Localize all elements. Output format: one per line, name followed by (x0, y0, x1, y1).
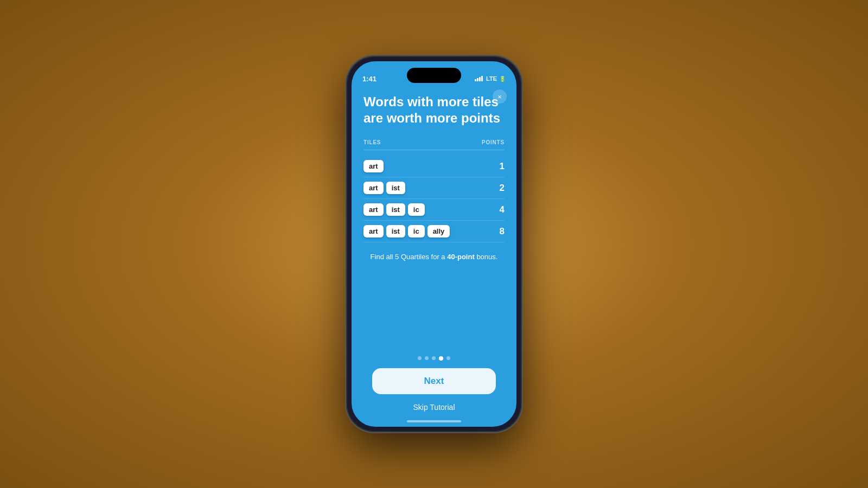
status-time: 1:41 (362, 75, 376, 83)
phone-screen: 1:41 LTE 🔋 × (352, 61, 516, 427)
points-2: 2 (500, 183, 505, 194)
tiles-table: TILES POINTS art 1 art (363, 139, 505, 242)
home-indicator (407, 420, 461, 422)
bottom-area: Next Skip Tutorial (363, 368, 505, 420)
bonus-suffix: bonus. (475, 253, 498, 261)
tile-ist-2: ist (386, 182, 405, 194)
table-divider (363, 150, 505, 150)
tile-group-4: art ist ic ally (363, 225, 450, 237)
skip-tutorial-button[interactable]: Skip Tutorial (372, 401, 496, 414)
bonus-text: Find all 5 Quartiles for a 40-point bonu… (363, 252, 505, 262)
points-1: 1 (500, 161, 505, 172)
phone-device: 1:41 LTE 🔋 × (347, 57, 521, 431)
table-row: art ist ic ally 8 (363, 221, 505, 242)
col-tiles-label: TILES (363, 139, 381, 145)
bonus-highlight: 40-point (447, 253, 475, 261)
tile-ist-4: ist (386, 225, 405, 237)
tile-ic-3: ic (408, 203, 425, 216)
table-row: art 1 (363, 156, 505, 177)
dot-2 (425, 356, 429, 360)
pagination-dots (363, 356, 505, 361)
tile-art-4: art (363, 225, 384, 237)
points-3: 4 (500, 204, 505, 215)
screen-content: Words with more tilesare worth more poin… (352, 88, 516, 427)
tile-group-3: art ist ic (363, 203, 425, 216)
signal-bars-icon (475, 76, 483, 81)
table-row: art ist 2 (363, 177, 505, 199)
spacer (363, 262, 505, 356)
battery-icon: 🔋 (499, 76, 506, 82)
main-title: Words with more tilesare worth more poin… (363, 94, 505, 126)
tile-art-2: art (363, 182, 384, 194)
tile-ally-4: ally (427, 225, 450, 237)
close-button[interactable]: × (493, 89, 507, 104)
status-icons: LTE 🔋 (475, 75, 506, 82)
dot-1 (418, 356, 422, 360)
points-4: 8 (500, 226, 505, 237)
tile-ic-4: ic (408, 225, 425, 237)
table-row: art ist ic 4 (363, 199, 505, 221)
dot-5 (446, 356, 450, 360)
tile-ist-3: ist (386, 203, 405, 216)
dynamic-island (407, 68, 461, 83)
dot-4-active (439, 356, 443, 361)
bonus-prefix: Find all 5 Quartiles for a (371, 253, 448, 261)
table-header: TILES POINTS (363, 139, 505, 145)
tile-art-1: art (363, 160, 384, 172)
tile-group-1: art (363, 160, 384, 172)
phone-wrapper: 1:41 LTE 🔋 × (347, 57, 521, 431)
tile-group-2: art ist (363, 182, 405, 194)
lte-label: LTE (486, 75, 497, 82)
dot-3 (432, 356, 436, 360)
col-points-label: POINTS (482, 139, 505, 145)
next-button[interactable]: Next (372, 368, 496, 394)
tile-art-3: art (363, 203, 384, 216)
close-icon: × (497, 93, 502, 101)
